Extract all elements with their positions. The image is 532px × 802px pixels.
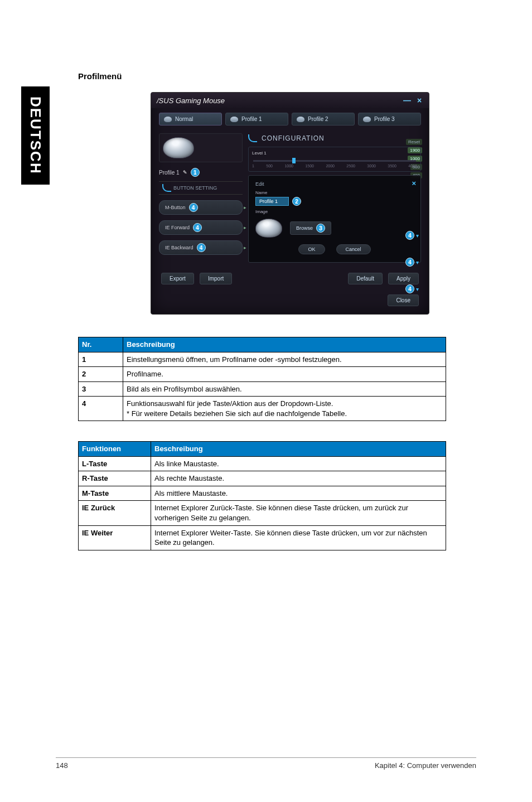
ie-forward-pill[interactable]: IE Forward 4 xyxy=(159,220,243,235)
button-settings-header: BUTTON SETTING xyxy=(159,181,243,195)
table-row: R-Taste Als rechte Maustaste. xyxy=(79,471,446,486)
edit-icon[interactable]: ✎ xyxy=(183,170,187,175)
cell-func: L-Taste xyxy=(79,456,151,471)
ok-button[interactable]: OK xyxy=(298,244,325,254)
cell-desc: Als mittlere Maustaste. xyxy=(151,486,446,501)
callout-4: 4 xyxy=(193,223,202,232)
table-row: M-Taste Als mittlere Maustaste. xyxy=(79,486,446,501)
tab-profile1[interactable]: Profile 1 xyxy=(225,113,288,125)
language-tab: DEUTSCH xyxy=(21,86,50,185)
swoosh-icon xyxy=(162,184,171,192)
app-brand: /SUS Gaming Mouse xyxy=(157,96,225,105)
import-button[interactable]: Import xyxy=(200,273,232,284)
page-number: 148 xyxy=(56,761,68,770)
table-row: 2 Profilname. xyxy=(79,367,446,382)
dpi-slider-area: Level 1 1 500 1000 1500 2000 2500 3000 3… xyxy=(248,147,421,172)
pill-label: IE Forward xyxy=(165,225,190,230)
cell-desc: Profilname. xyxy=(123,367,446,382)
callout-4: 4 xyxy=(405,284,414,293)
cell-nr: 2 xyxy=(79,367,123,382)
cell-desc: Als rechte Maustaste. xyxy=(151,471,446,486)
level-label: Level 1 xyxy=(252,151,267,156)
callout-1: 1 xyxy=(191,168,200,177)
default-button[interactable]: Default xyxy=(348,273,383,284)
chapter-title: Kapitel 4: Computer verwenden xyxy=(375,761,476,770)
cell-desc: Internet Explorer Weiter-Taste. Sie könn… xyxy=(151,525,446,550)
profile-label: Profile 1 xyxy=(159,170,180,176)
table-row: 1 Einstellungsmenü öffnen, um Profilname… xyxy=(79,352,446,367)
callout-table: Nr. Beschreibung 1 Einstellungsmenü öffn… xyxy=(78,337,446,421)
cancel-button[interactable]: Cancel xyxy=(336,244,371,254)
mouse-icon xyxy=(297,117,304,122)
table-row: L-Taste Als linke Maustaste. xyxy=(79,456,446,471)
pill-label: IE Backward xyxy=(165,245,194,250)
callout-4: 4 xyxy=(405,258,414,267)
profile-name-input[interactable]: Profile 1 xyxy=(255,197,289,206)
tab-label: Profile 2 xyxy=(308,116,328,122)
tab-normal[interactable]: Normal xyxy=(159,113,222,125)
tab-profile2[interactable]: Profile 2 xyxy=(292,113,355,125)
slider-ticks: 1 500 1000 1500 2000 2500 3000 3500 4000 xyxy=(252,164,417,168)
th-desc: Beschreibung xyxy=(123,337,446,352)
tab-label: Normal xyxy=(175,116,193,122)
app-titlebar: /SUS Gaming Mouse — × xyxy=(151,93,429,108)
name-field-label: Name xyxy=(255,190,414,195)
profile-image-preview xyxy=(255,219,282,238)
table-row: 3 Bild als ein Profilsymbol auswählen. xyxy=(79,381,446,397)
th-func: Funktionen xyxy=(79,442,151,457)
app-screenshot: /SUS Gaming Mouse — × Normal Profile 1 P… xyxy=(151,92,429,315)
section-title: Profilmenü xyxy=(78,71,502,81)
cell-desc: Internet Explorer Zurück-Taste. Sie könn… xyxy=(151,501,446,525)
th-desc: Beschreibung xyxy=(151,442,446,457)
cell-nr: 1 xyxy=(79,352,123,367)
mouse-icon xyxy=(363,117,371,122)
callout-2: 2 xyxy=(292,197,301,206)
cell-desc: Funktionsauswahl für jede Taste/Aktion a… xyxy=(123,397,446,421)
config-title: CONFIGURATION xyxy=(248,134,421,142)
cell-desc: Als linke Maustaste. xyxy=(151,456,446,471)
close-app-button[interactable]: Close xyxy=(388,294,419,306)
browse-button[interactable]: Browse 3 xyxy=(290,221,331,235)
reset-badge[interactable]: Reset xyxy=(406,139,422,145)
callout-3: 3 xyxy=(316,224,325,233)
cell-func: R-Taste xyxy=(79,471,151,486)
profile-tabs: Normal Profile 1 Profile 2 Profile 3 xyxy=(151,108,429,129)
export-button[interactable]: Export xyxy=(161,273,194,284)
pill-label: M-Button xyxy=(165,205,186,210)
dpi-slider[interactable] xyxy=(253,160,416,162)
table-row: 4 Funktionsauswahl für jede Taste/Aktion… xyxy=(79,397,446,421)
modal-close-button[interactable]: × xyxy=(412,179,416,187)
tab-label: Profile 3 xyxy=(374,116,395,122)
callout-4: 4 xyxy=(197,243,206,252)
profile-preview xyxy=(159,133,243,162)
tab-label: Profile 1 xyxy=(241,116,262,122)
slider-thumb[interactable] xyxy=(292,158,296,163)
cell-func: IE Weiter xyxy=(79,525,151,550)
m-button-pill[interactable]: M-Button 4 xyxy=(159,200,243,215)
table-row: IE Weiter Internet Explorer Weiter-Taste… xyxy=(79,525,446,550)
cell-func: IE Zurück xyxy=(79,501,151,525)
tab-profile3[interactable]: Profile 3 xyxy=(358,113,421,125)
cell-func: M-Taste xyxy=(79,486,151,501)
mouse-icon xyxy=(230,117,238,122)
close-button[interactable]: × xyxy=(415,96,423,105)
page-footer: 148 Kapitel 4: Computer verwenden xyxy=(56,757,476,770)
browse-label: Browse xyxy=(296,225,313,231)
ie-backward-pill[interactable]: IE Backward 4 xyxy=(159,240,243,255)
minimize-button[interactable]: — xyxy=(403,96,411,105)
caret-icon: ▾ xyxy=(416,286,419,292)
caret-icon: ▾ xyxy=(416,233,419,239)
callout-4: 4 xyxy=(189,203,198,212)
cell-nr: 4 xyxy=(79,397,123,421)
cell-nr: 3 xyxy=(79,381,123,397)
cell-desc: Bild als ein Profilsymbol auswählen. xyxy=(123,381,446,397)
mouse-icon-large xyxy=(163,137,194,158)
mouse-icon xyxy=(164,117,172,122)
page-content: Profilmenü /SUS Gaming Mouse — × Normal … xyxy=(78,71,502,571)
cell-desc: Einstellungsmenü öffnen, um Profilname o… xyxy=(123,352,446,367)
edit-modal: Edit × Name Profile 1 2 Image Browse 3 xyxy=(248,175,421,263)
image-field-label: Image xyxy=(255,209,414,214)
swoosh-icon xyxy=(248,134,257,142)
functions-table: Funktionen Beschreibung L-Taste Als link… xyxy=(78,441,446,550)
table-row: IE Zurück Internet Explorer Zurück-Taste… xyxy=(79,501,446,525)
